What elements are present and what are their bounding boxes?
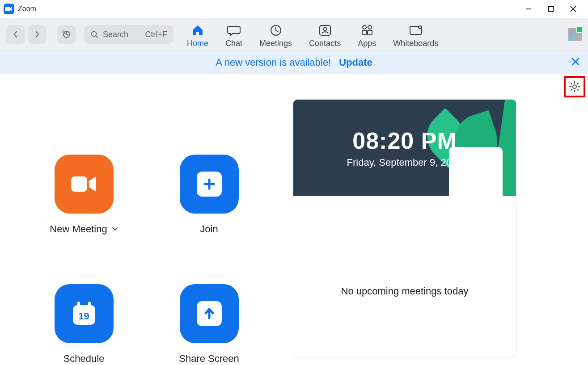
tab-meetings[interactable]: Meetings — [259, 21, 292, 48]
schedule-label: Schedule — [63, 353, 105, 365]
svg-point-9 — [323, 27, 326, 30]
clock-icon — [270, 24, 282, 37]
banner-update-link[interactable]: Update — [339, 57, 372, 68]
join-label: Join — [200, 223, 218, 235]
video-icon — [68, 173, 100, 195]
svg-point-15 — [419, 26, 421, 29]
settings-button[interactable] — [569, 81, 580, 92]
banner-close-button[interactable] — [571, 57, 580, 66]
svg-point-13 — [368, 25, 372, 29]
svg-rect-24 — [88, 302, 91, 308]
zoom-app-icon — [4, 4, 14, 14]
home-icon — [191, 24, 204, 37]
share-screen-label: Share Screen — [179, 353, 239, 365]
current-time: 08:20 PM — [352, 127, 457, 154]
search-placeholder: Search — [103, 30, 128, 39]
svg-point-18 — [573, 85, 576, 88]
share-screen-button[interactable] — [180, 284, 239, 343]
home-content: New Meeting Join 19 Schedule — [0, 74, 588, 365]
plant-pot-decor — [449, 147, 503, 196]
tab-whiteboards[interactable]: Whiteboards — [393, 21, 438, 48]
gear-icon — [569, 81, 580, 92]
svg-rect-19 — [71, 176, 87, 192]
tab-chat[interactable]: Chat — [225, 21, 242, 48]
no-meetings-text: No upcoming meetings today — [341, 285, 469, 297]
close-window-button[interactable] — [562, 0, 584, 18]
upcoming-panel: No upcoming meetings today — [293, 196, 516, 357]
search-icon — [90, 30, 98, 38]
right-panel: 08:20 PM Friday, September 9, 2022 No up… — [293, 74, 588, 365]
new-meeting-button[interactable] — [55, 155, 114, 214]
whiteboard-icon — [409, 24, 423, 37]
title-bar: Zoom — [0, 0, 588, 18]
window-title: Zoom — [18, 5, 36, 13]
current-date: Friday, September 9, 2022 — [347, 157, 463, 168]
new-meeting-action: New Meeting — [46, 155, 122, 235]
nav-tabs: Home Chat Meetings Contacts Apps Whitebo… — [187, 21, 438, 48]
tab-contacts[interactable]: Contacts — [309, 21, 341, 48]
arrow-up-icon — [197, 301, 222, 326]
nav-forward-button[interactable] — [28, 25, 47, 44]
schedule-button[interactable]: 19 — [55, 284, 114, 343]
history-button[interactable] — [57, 25, 76, 44]
minimize-button[interactable] — [517, 0, 540, 18]
share-screen-action: Share Screen — [171, 284, 247, 365]
clock-panel: 08:20 PM Friday, September 9, 2022 — [293, 100, 516, 196]
window-controls — [517, 0, 584, 18]
profile-avatar[interactable] — [568, 28, 582, 41]
search-input[interactable]: Search Ctrl+F — [84, 25, 173, 44]
svg-line-6 — [96, 36, 98, 38]
calendar-day: 19 — [69, 310, 99, 322]
plus-icon — [197, 172, 222, 197]
svg-point-12 — [363, 25, 366, 29]
svg-rect-10 — [362, 30, 367, 35]
join-action: Join — [171, 155, 247, 235]
contacts-icon — [318, 24, 332, 37]
banner-message: A new version is available! — [216, 57, 331, 68]
action-grid: New Meeting Join 19 Schedule — [0, 74, 293, 365]
settings-highlight — [564, 76, 585, 97]
tab-home[interactable]: Home — [187, 21, 208, 48]
new-meeting-label[interactable]: New Meeting — [50, 223, 118, 235]
svg-rect-2 — [549, 7, 554, 12]
apps-icon — [360, 24, 374, 37]
schedule-action: 19 Schedule — [46, 284, 122, 365]
update-banner: A new version is available! Update — [0, 51, 588, 74]
svg-rect-11 — [368, 30, 372, 35]
chevron-down-icon — [112, 227, 118, 231]
nav-back-button[interactable] — [6, 25, 25, 44]
svg-rect-23 — [77, 302, 80, 308]
svg-rect-0 — [5, 7, 10, 11]
maximize-button[interactable] — [540, 0, 562, 18]
search-shortcut: Ctrl+F — [145, 30, 168, 39]
join-button[interactable] — [180, 155, 239, 214]
chat-icon — [227, 24, 241, 37]
main-toolbar: Search Ctrl+F Home Chat Meetings Contact… — [0, 18, 588, 51]
clock-card: 08:20 PM Friday, September 9, 2022 No up… — [293, 99, 516, 357]
tab-apps[interactable]: Apps — [358, 21, 376, 48]
